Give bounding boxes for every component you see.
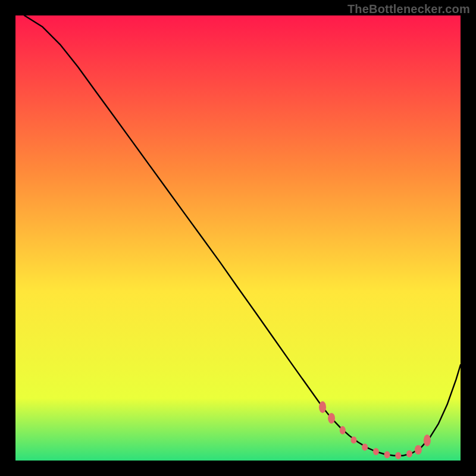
highlight-dot [406,450,412,458]
highlight-dot [362,444,368,451]
highlight-dot [351,437,357,444]
highlight-dot [319,401,326,413]
highlight-dot [415,445,422,455]
bottleneck-chart [15,15,461,461]
highlight-dot [395,452,401,459]
highlight-dot [340,426,346,434]
highlight-dot [424,434,431,446]
highlight-dot [373,448,379,455]
highlight-dot [384,451,390,458]
highlight-dot [328,413,335,424]
gradient-background [15,15,461,461]
watermark-text: TheBottlenecker.com [347,2,470,16]
chart-frame: TheBottlenecker.com [0,0,476,476]
